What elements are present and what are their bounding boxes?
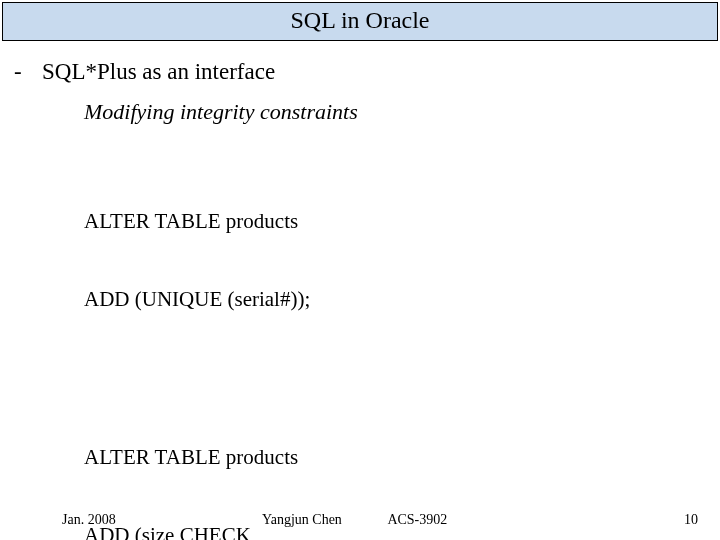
footer-page: 10 [658,512,698,528]
footer-center: Yangjun Chen ACS-3902 [262,512,658,528]
footer-date: Jan. 2008 [62,512,262,528]
footer-author: Yangjun Chen [262,512,342,527]
footer-course: ACS-3902 [387,512,447,527]
slide: SQL in Oracle - SQL*Plus as an interface… [0,2,720,540]
bullet-dash: - [14,59,42,85]
code-line: ALTER TABLE products [84,444,706,470]
subheading: Modifying integrity constraints [84,99,706,125]
code-block-1: ALTER TABLE products ADD (UNIQUE (serial… [84,155,706,365]
slide-title: SQL in Oracle [2,2,718,41]
bullet-row: - SQL*Plus as an interface [14,59,706,85]
code-line: ALTER TABLE products [84,208,706,234]
bullet-text: SQL*Plus as an interface [42,59,275,85]
code-line: ADD (UNIQUE (serial#)); [84,286,706,312]
slide-content: - SQL*Plus as an interface Modifying int… [0,41,720,540]
slide-footer: Jan. 2008 Yangjun Chen ACS-3902 10 [0,512,720,528]
